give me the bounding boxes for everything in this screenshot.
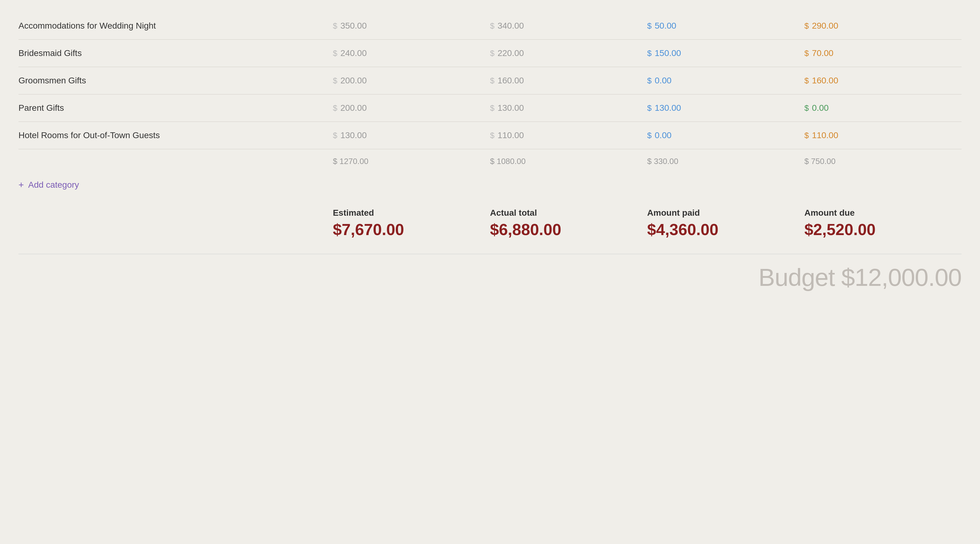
row-actual: $ 130.00 (490, 103, 647, 113)
dollar-sign-icon: $ (805, 131, 809, 140)
dollar-sign-icon: $ (490, 103, 494, 113)
row-actual: $ 160.00 (490, 76, 647, 86)
total-actual: $ 1080.00 (490, 157, 647, 166)
dollar-sign-icon: $ (647, 21, 651, 31)
add-category-button[interactable]: + Add category (19, 171, 961, 199)
dollar-sign-icon: $ (490, 21, 494, 31)
row-label: Hotel Rooms for Out-of-Town Guests (19, 130, 333, 140)
estimated-value: 350.00 (340, 21, 367, 31)
paid-value: 130.00 (655, 103, 681, 113)
summary-paid: Amount paid $4,360.00 (647, 208, 804, 238)
estimated-value: 240.00 (340, 48, 367, 58)
total-paid: $ 330.00 (647, 157, 804, 166)
paid-value: 0.00 (655, 130, 672, 140)
row-due: $ 0.00 (805, 103, 961, 113)
row-actual: $ 110.00 (490, 130, 647, 140)
dollar-sign-icon: $ (333, 131, 337, 140)
table-row: Groomsmen Gifts $ 200.00 $ 160.00 $ 0.00… (19, 67, 961, 94)
summary-actual: Actual total $6,880.00 (490, 208, 647, 238)
summary-paid-label: Amount paid (647, 208, 804, 218)
table-row: Parent Gifts $ 200.00 $ 130.00 $ 130.00 … (19, 94, 961, 122)
summary-due-value: $2,520.00 (805, 221, 961, 238)
summary-paid-value: $4,360.00 (647, 221, 804, 238)
due-value: 0.00 (812, 103, 829, 113)
row-label: Groomsmen Gifts (19, 76, 333, 86)
row-due: $ 290.00 (805, 21, 961, 31)
plus-icon: + (19, 180, 24, 190)
add-category-label: Add category (28, 180, 79, 190)
table-row: Bridesmaid Gifts $ 240.00 $ 220.00 $ 150… (19, 40, 961, 67)
estimated-value: 130.00 (340, 130, 367, 140)
actual-value: 340.00 (497, 21, 524, 31)
row-due: $ 160.00 (805, 76, 961, 86)
summary-section: Estimated $7,670.00 Actual total $6,880.… (19, 202, 961, 238)
table-row: Accommodations for Wedding Night $ 350.0… (19, 12, 961, 40)
dollar-sign-icon: $ (647, 131, 651, 140)
row-paid: $ 0.00 (647, 76, 804, 86)
summary-estimated-label: Estimated (333, 208, 490, 218)
row-estimated: $ 240.00 (333, 48, 490, 58)
dollar-sign-icon: $ (333, 103, 337, 113)
dollar-sign-icon: $ (333, 49, 337, 58)
actual-value: 160.00 (497, 76, 524, 86)
summary-actual-value: $6,880.00 (490, 221, 647, 238)
paid-value: 0.00 (655, 76, 672, 86)
row-due: $ 110.00 (805, 130, 961, 140)
summary-actual-label: Actual total (490, 208, 647, 218)
total-due: $ 750.00 (805, 157, 961, 166)
summary-estimated: Estimated $7,670.00 (333, 208, 490, 238)
estimated-value: 200.00 (340, 103, 367, 113)
paid-value: 50.00 (655, 21, 676, 31)
totals-row: $ 1270.00 $ 1080.00 $ 330.00 $ 750.00 (19, 149, 961, 171)
row-estimated: $ 200.00 (333, 103, 490, 113)
table-row: Hotel Rooms for Out-of-Town Guests $ 130… (19, 122, 961, 149)
paid-value: 150.00 (655, 48, 681, 58)
dollar-sign-icon: $ (805, 103, 809, 113)
dollar-sign-icon: $ (805, 21, 809, 31)
row-label: Bridesmaid Gifts (19, 48, 333, 58)
row-estimated: $ 130.00 (333, 130, 490, 140)
row-paid: $ 0.00 (647, 130, 804, 140)
summary-estimated-value: $7,670.00 (333, 221, 490, 238)
dollar-sign-icon: $ (647, 103, 651, 113)
dollar-sign-icon: $ (805, 76, 809, 86)
row-estimated: $ 200.00 (333, 76, 490, 86)
row-label: Parent Gifts (19, 103, 333, 113)
dollar-sign-icon: $ (333, 76, 337, 86)
due-value: 290.00 (812, 21, 838, 31)
total-estimated: $ 1270.00 (333, 157, 490, 166)
dollar-sign-icon: $ (490, 131, 494, 140)
dollar-sign-icon: $ (490, 76, 494, 86)
due-value: 110.00 (812, 130, 838, 140)
summary-empty (19, 208, 333, 238)
summary-due-label: Amount due (805, 208, 961, 218)
row-estimated: $ 350.00 (333, 21, 490, 31)
estimated-value: 200.00 (340, 76, 367, 86)
row-due: $ 70.00 (805, 48, 961, 58)
dollar-sign-icon: $ (647, 76, 651, 86)
row-actual: $ 220.00 (490, 48, 647, 58)
row-paid: $ 50.00 (647, 21, 804, 31)
dollar-sign-icon: $ (805, 49, 809, 58)
due-value: 70.00 (812, 48, 834, 58)
budget-footer: Budget $12,000.00 (19, 254, 961, 292)
budget-table: Accommodations for Wedding Night $ 350.0… (19, 12, 961, 292)
summary-due: Amount due $2,520.00 (805, 208, 961, 238)
actual-value: 110.00 (497, 130, 524, 140)
row-label: Accommodations for Wedding Night (19, 21, 333, 31)
dollar-sign-icon: $ (647, 49, 651, 58)
row-actual: $ 340.00 (490, 21, 647, 31)
dollar-sign-icon: $ (333, 21, 337, 31)
dollar-sign-icon: $ (490, 49, 494, 58)
actual-value: 220.00 (497, 48, 524, 58)
row-paid: $ 130.00 (647, 103, 804, 113)
actual-value: 130.00 (497, 103, 524, 113)
row-paid: $ 150.00 (647, 48, 804, 58)
due-value: 160.00 (812, 76, 838, 86)
budget-total-label: Budget $12,000.00 (759, 263, 961, 292)
